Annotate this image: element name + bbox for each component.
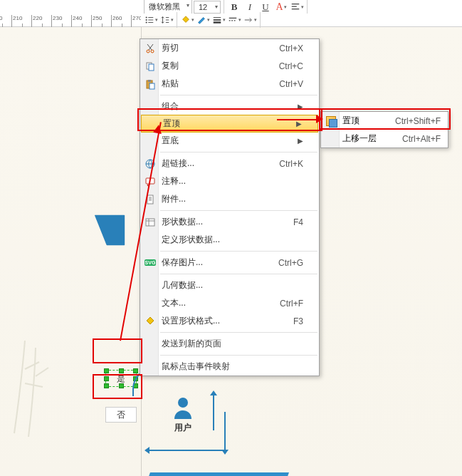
menu-hyperlink[interactable]: 超链接... Ctrl+K bbox=[140, 155, 319, 172]
selected-yes-label[interactable]: 是 bbox=[107, 371, 135, 386]
menu-shape-format-label: 设置形状格式... bbox=[162, 315, 220, 327]
shape-format-icon bbox=[145, 316, 156, 327]
menu-separator bbox=[160, 251, 317, 252]
menu-click-event-label: 鼠标点击事件映射 bbox=[162, 361, 230, 373]
submenu-arrow-icon: ▶ bbox=[298, 103, 303, 110]
yes-label-text: 是 bbox=[117, 373, 125, 385]
menu-group[interactable]: 组合 ▶ bbox=[140, 98, 319, 115]
user-shape[interactable]: 用户 bbox=[165, 395, 201, 436]
svg-rect-9 bbox=[148, 80, 151, 82]
no-label[interactable]: 否 bbox=[105, 407, 137, 423]
menu-bring-to-front[interactable]: 置顶 ▶ bbox=[141, 115, 318, 133]
formatting-toolbar-2 bbox=[141, 14, 462, 27]
italic-button[interactable]: I bbox=[243, 0, 257, 14]
menu-define-shape-data[interactable]: 定义形状数据... bbox=[140, 231, 319, 249]
menu-separator bbox=[160, 152, 317, 152]
ruler-tick: 210 bbox=[11, 15, 31, 27]
ruler-tick: 220 bbox=[31, 15, 51, 27]
submenu-bring-front-label: 置顶 bbox=[342, 115, 359, 127]
menu-cut-label: 剪切 bbox=[162, 42, 179, 54]
decision-shape[interactable] bbox=[80, 200, 140, 261]
submenu-bring-forward-shortcut: Ctrl+Alt+F bbox=[402, 134, 441, 144]
font-family-select[interactable]: 微软雅黑 bbox=[144, 0, 192, 14]
toolbar-separator bbox=[260, 12, 261, 28]
bullets-button[interactable] bbox=[144, 13, 158, 27]
menu-geometry[interactable]: 几何数据... bbox=[140, 276, 319, 294]
menu-paste[interactable]: 粘贴 Ctrl+V bbox=[140, 75, 319, 93]
svg-point-5 bbox=[151, 50, 154, 53]
menu-click-event[interactable]: 鼠标点击事件映射 bbox=[140, 358, 319, 376]
svg-rect-14 bbox=[146, 219, 154, 226]
menu-shape-format-shortcut: F3 bbox=[293, 316, 303, 326]
menu-shape-data[interactable]: 形状数据... F4 bbox=[140, 213, 319, 231]
annotation-arrowhead-1 bbox=[316, 115, 323, 123]
submenu-arrow-icon: ▶ bbox=[298, 137, 303, 145]
menu-copy-shortcut: Ctrl+C bbox=[279, 61, 303, 71]
arrow-up[interactable] bbox=[224, 412, 226, 450]
menu-hyperlink-label: 超链接... bbox=[162, 157, 194, 170]
annotation-arrowhead-2 bbox=[153, 124, 163, 134]
cut-icon bbox=[145, 43, 156, 54]
bold-button[interactable]: B bbox=[227, 0, 241, 14]
font-size-select[interactable]: 12 bbox=[194, 1, 221, 14]
svg-point-0 bbox=[145, 16, 147, 18]
menu-group-label: 组合 bbox=[162, 100, 179, 113]
svg-point-1 bbox=[145, 19, 147, 21]
svg-icon: SVG bbox=[145, 257, 156, 269]
toolbar-separator bbox=[307, 0, 308, 15]
menu-bring-front-label: 置顶 bbox=[163, 118, 180, 130]
line-style-button[interactable] bbox=[227, 13, 241, 27]
background-bamboo-art bbox=[0, 312, 85, 440]
menu-paste-shortcut: Ctrl+V bbox=[279, 79, 303, 89]
menu-shape-data-shortcut: F4 bbox=[293, 217, 303, 227]
menu-copy[interactable]: 复制 Ctrl+C bbox=[140, 57, 319, 75]
svg-point-4 bbox=[147, 50, 149, 53]
menu-comment-label: 注释... bbox=[162, 175, 186, 187]
bring-to-front-submenu: 置顶 Ctrl+Shift+F 上移一层 Ctrl+Alt+F bbox=[320, 111, 448, 148]
menu-attachment-label: 附件... bbox=[162, 193, 186, 205]
menu-separator bbox=[160, 210, 317, 211]
menu-save-image-shortcut: Ctrl+G bbox=[278, 258, 303, 268]
user-label: 用户 bbox=[174, 422, 191, 434]
svg-rect-10 bbox=[149, 83, 154, 89]
submenu-bring-forward[interactable]: 上移一层 Ctrl+Alt+F bbox=[321, 130, 448, 148]
menu-geometry-label: 几何数据... bbox=[162, 279, 203, 291]
submenu-bring-forward-label: 上移一层 bbox=[342, 133, 377, 145]
menu-define-shape-data-label: 定义形状数据... bbox=[162, 234, 220, 246]
menu-cut[interactable]: 剪切 Ctrl+X bbox=[140, 39, 319, 57]
menu-send-to-page-label: 发送到新的页面 bbox=[162, 338, 221, 350]
menu-cut-shortcut: Ctrl+X bbox=[279, 43, 303, 53]
arrow-left[interactable] bbox=[149, 450, 227, 451]
font-color-button[interactable]: A bbox=[274, 0, 288, 14]
svg-point-3 bbox=[178, 398, 188, 408]
menu-shape-data-label: 形状数据... bbox=[162, 216, 203, 228]
menu-hyperlink-shortcut: Ctrl+K bbox=[279, 159, 303, 169]
arrow-down[interactable] bbox=[213, 395, 214, 430]
copy-icon bbox=[145, 61, 156, 72]
align-button[interactable] bbox=[290, 0, 304, 14]
menu-send-to-back[interactable]: 置底 ▶ bbox=[140, 132, 319, 150]
data-parallelogram-shape[interactable]: 数据 bbox=[136, 472, 289, 476]
svg-point-2 bbox=[145, 21, 147, 23]
line-weight-button[interactable] bbox=[211, 13, 226, 27]
shape-data-icon bbox=[145, 217, 156, 228]
menu-shape-format[interactable]: 设置形状格式... F3 bbox=[140, 312, 319, 330]
menu-text-shortcut: Ctrl+F bbox=[280, 299, 303, 309]
arrow-style-button[interactable] bbox=[243, 13, 257, 27]
submenu-bring-to-front[interactable]: 置顶 Ctrl+Shift+F bbox=[321, 112, 448, 130]
menu-save-image[interactable]: SVG 保存图片... Ctrl+G bbox=[140, 254, 319, 271]
menu-send-to-page[interactable]: 发送到新的页面 bbox=[140, 335, 319, 353]
line-color-button[interactable] bbox=[196, 13, 210, 27]
menu-text[interactable]: 文本... Ctrl+F bbox=[140, 294, 319, 312]
submenu-bring-front-shortcut: Ctrl+Shift+F bbox=[395, 116, 441, 126]
underline-button[interactable]: U bbox=[258, 0, 273, 14]
fill-color-button[interactable] bbox=[180, 13, 194, 27]
menu-comment[interactable]: 注释... bbox=[140, 172, 319, 190]
menu-attachment[interactable]: 附件... bbox=[140, 190, 319, 208]
line-spacing-button[interactable] bbox=[159, 13, 174, 27]
paste-icon bbox=[145, 78, 156, 90]
ruler-tick: 240 bbox=[71, 15, 91, 27]
menu-send-back-label: 置底 bbox=[162, 135, 179, 147]
menu-separator bbox=[160, 332, 317, 333]
menu-paste-label: 粘贴 bbox=[162, 78, 179, 90]
